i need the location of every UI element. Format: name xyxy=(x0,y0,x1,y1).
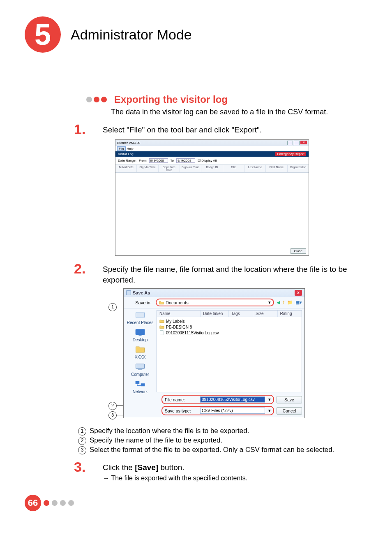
footer-dot xyxy=(60,500,66,506)
place-computer[interactable]: Computer xyxy=(131,362,149,377)
folder-icon xyxy=(159,300,164,305)
section-description: The data in the visitor log can be saved… xyxy=(111,108,367,116)
list-item[interactable]: 091020081115VisitorLog.csv xyxy=(159,330,299,336)
empty-list-area xyxy=(115,173,309,247)
chevron-down-icon[interactable]: ▾ xyxy=(268,397,271,402)
bullet-dot xyxy=(94,97,99,102)
column-header[interactable]: Organization xyxy=(288,165,309,172)
column-header[interactable]: First Name xyxy=(266,165,287,172)
emergency-report-button[interactable]: Emergency Report xyxy=(275,152,306,156)
place-desktop[interactable]: Desktop xyxy=(133,327,148,342)
column-header[interactable]: Title xyxy=(223,165,244,172)
list-item[interactable]: My Labels xyxy=(159,318,299,324)
result-arrow-icon: → xyxy=(103,475,111,482)
display-all-checkbox[interactable]: ☑ Display All xyxy=(198,159,217,162)
chevron-down-icon: ▾ xyxy=(268,300,271,305)
visitor-log-screenshot: Brother VM-100 × File Help Visitor Log E… xyxy=(115,139,309,256)
save-as-icon xyxy=(126,290,131,295)
col-tags[interactable]: Tags xyxy=(229,310,253,317)
step-text-prefix: Click the xyxy=(103,463,135,472)
close-icon[interactable]: × xyxy=(300,141,307,144)
file-name: PE-DESIGN 8 xyxy=(166,325,192,329)
col-rating[interactable]: Rating xyxy=(278,310,302,317)
legend-item-1: 1 Specify the location where the file is… xyxy=(78,426,347,436)
file-list-area[interactable]: Name Date taken Tags Size Rating My Labe… xyxy=(157,310,302,392)
step-number: 3. xyxy=(74,460,103,474)
file-name-field-wrap: File name: 091020081652VisitorLog.csv ▾ xyxy=(161,395,274,404)
from-date-input[interactable]: 9/ 9/2008 xyxy=(149,158,168,163)
column-header[interactable]: Sign-In Time xyxy=(137,165,158,172)
svg-rect-3 xyxy=(139,335,142,336)
column-header[interactable]: Departure Date xyxy=(159,165,180,172)
place-label: Desktop xyxy=(133,338,148,342)
save-in-value: Documents xyxy=(166,300,189,305)
menu-help[interactable]: Help xyxy=(127,147,133,151)
chapter-number-badge: 5 xyxy=(25,16,61,53)
menu-file[interactable]: File xyxy=(117,146,126,151)
step-1: 1. Select "File" on the tool bar and cli… xyxy=(74,122,351,136)
col-size[interactable]: Size xyxy=(253,310,277,317)
step-3: 3. Click the [Save] button. → The file i… xyxy=(74,460,351,482)
maximize-icon[interactable] xyxy=(294,141,300,145)
legend-text: Specify the name of the file to be expor… xyxy=(90,436,222,445)
section-header: Exporting the visitor log xyxy=(86,94,367,105)
save-type-field-wrap: Save as type: CSV Files (*.csv) ▾ xyxy=(161,406,274,415)
footer-dot xyxy=(68,500,74,506)
place-label: Network xyxy=(133,389,148,394)
chevron-down-icon[interactable]: ▾ xyxy=(268,408,271,413)
page-footer: 66 xyxy=(25,495,367,511)
file-name-row: File name: 091020081652VisitorLog.csv ▾ … xyxy=(124,394,304,405)
file-name-input[interactable]: 091020081652VisitorLog.csv xyxy=(200,396,265,403)
nav-up-icon[interactable]: ⤴ xyxy=(282,300,285,305)
display-all-label: Display All xyxy=(201,159,217,162)
section-title: Exporting the visitor log xyxy=(114,94,228,105)
folder-icon xyxy=(159,324,164,329)
step-text-suffix: button. xyxy=(158,463,184,472)
place-user[interactable]: XXXX xyxy=(134,345,146,359)
column-header[interactable]: Badge ID xyxy=(201,165,223,172)
view-menu-icon[interactable]: ▦▾ xyxy=(295,300,302,305)
column-header[interactable]: Last Name xyxy=(244,165,266,172)
step-text: Specify the file name, file format and t… xyxy=(103,262,351,285)
list-item[interactable]: PE-DESIGN 8 xyxy=(159,324,299,330)
col-date[interactable]: Date taken xyxy=(201,310,229,317)
visitor-log-bar: Visitor Log Emergency Report xyxy=(115,151,309,157)
svg-rect-0 xyxy=(127,291,131,295)
cancel-button[interactable]: Cancel xyxy=(277,407,302,415)
nav-back-icon[interactable]: ◀ xyxy=(277,300,280,305)
col-name[interactable]: Name xyxy=(157,310,201,317)
places-bar: Recent Places Desktop XXXX Computer xyxy=(124,308,157,394)
save-type-row: Save as type: CSV Files (*.csv) ▾ Cancel xyxy=(124,405,304,418)
dialog-title: Save As xyxy=(133,290,150,295)
from-label: From xyxy=(139,159,147,162)
filter-bar: Date Range: From 9/ 9/2008 To 9/ 9/2008 … xyxy=(115,157,309,164)
close-icon[interactable]: x xyxy=(295,290,302,296)
place-label: XXXX xyxy=(135,355,146,359)
window-title: Brother VM-100 xyxy=(117,141,140,145)
close-button[interactable]: Close xyxy=(291,248,306,254)
column-header[interactable]: Sign-out Time xyxy=(180,165,201,172)
place-network[interactable]: Network xyxy=(133,379,148,394)
legend-item-3: 3 Select the format of the file to be ex… xyxy=(78,445,347,455)
new-folder-icon[interactable]: 📁 xyxy=(287,300,293,305)
svg-rect-4 xyxy=(136,364,145,368)
chapter-title: Administrator Mode xyxy=(71,27,192,43)
svg-rect-6 xyxy=(136,381,140,384)
place-recent[interactable]: Recent Places xyxy=(127,310,153,325)
svg-rect-1 xyxy=(136,312,144,318)
footer-dot xyxy=(44,500,49,506)
step-text-bold: [Save] xyxy=(135,463,158,472)
footer-dot xyxy=(52,500,58,506)
minimize-icon[interactable] xyxy=(287,141,293,145)
file-name: My Labels xyxy=(166,319,185,324)
date-range-label: Date Range: xyxy=(118,159,136,162)
legend-num: 2 xyxy=(78,437,86,445)
bullet-dot xyxy=(101,97,107,102)
step-text: Select "File" on the tool bar and click … xyxy=(103,122,262,135)
to-date-input[interactable]: 9/ 9/2008 xyxy=(176,158,195,163)
bullet-dot xyxy=(86,97,92,102)
column-header[interactable]: Arrival Date xyxy=(115,165,137,172)
save-type-dropdown[interactable]: CSV Files (*.csv) xyxy=(200,408,265,414)
save-in-dropdown[interactable]: Documents ▾ xyxy=(156,299,274,306)
save-button[interactable]: Save xyxy=(277,396,302,403)
